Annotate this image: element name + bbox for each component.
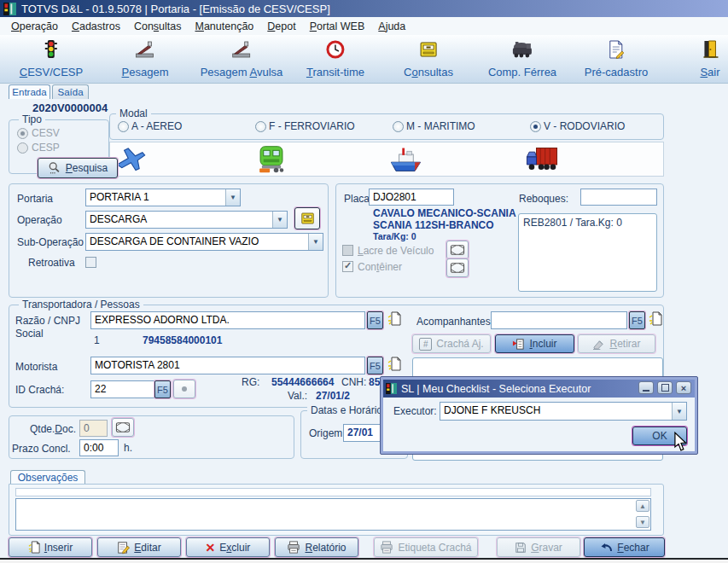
toolbar-sair[interactable]: Sair: [700, 39, 719, 78]
gravar-button: Gravar: [497, 537, 580, 557]
truck-icon: [525, 143, 559, 178]
editar-label: Editar: [134, 542, 160, 554]
toolbar-consultas-label: Consultas: [404, 66, 453, 78]
tab-observacoes[interactable]: Observações: [10, 470, 85, 485]
editar-button[interactable]: Editar: [97, 537, 181, 557]
clock-icon: [326, 39, 345, 63]
retroativa-checkbox[interactable]: [85, 257, 96, 268]
tab-entrada[interactable]: Entrada: [9, 84, 50, 99]
window-titlebar: TOTVS D&L - 01.9.5078 | Portaria - [Emis…: [0, 0, 728, 17]
executor-combobox[interactable]: DJONE F KREUSCH▼: [440, 402, 687, 421]
acompanhantes-new-document-icon[interactable]: [649, 311, 662, 330]
scroll-up-icon[interactable]: ▲: [636, 500, 649, 512]
delete-x-icon: ✕: [206, 541, 216, 554]
hash-badge-icon: #: [419, 338, 432, 351]
dropdown-arrow-icon[interactable]: ▼: [272, 212, 287, 228]
fechar-button[interactable]: Fechar: [584, 537, 665, 557]
acompanhantes-input[interactable]: [491, 311, 627, 329]
acompanhantes-f5-button[interactable]: F5: [629, 311, 645, 329]
locomotive-icon: [510, 39, 535, 63]
portaria-combobox[interactable]: PORTARIA 1▼: [85, 189, 241, 206]
mouse-cursor: [673, 432, 688, 456]
val-label: Val.:: [288, 390, 307, 402]
menu-ajuda[interactable]: Ajuda: [372, 19, 411, 34]
motorista-new-document-icon[interactable]: [387, 356, 401, 375]
toolbar-pre-cadastro[interactable]: Pré-cadastro: [585, 39, 648, 78]
menu-cadastros[interactable]: Cadastros: [66, 19, 126, 34]
toolbar-pesagem[interactable]: Pesagem: [122, 39, 169, 78]
radio-ferroviario[interactable]: [255, 121, 266, 132]
toolbar-comp-ferrea[interactable]: Comp. Férrea: [488, 39, 556, 78]
app-icon: [3, 3, 16, 15]
radio-maritimo[interactable]: [393, 121, 404, 132]
qtde-doc-detail-button[interactable]: [112, 418, 134, 437]
excluir-button[interactable]: ✕ Excluir: [186, 537, 270, 557]
radio-rodoviario-label: V - RODOVIARIO: [544, 120, 625, 132]
file-drawer-icon: [300, 211, 316, 226]
observacoes-header-strip: [15, 488, 651, 496]
menu-manutencao[interactable]: Manutenção: [189, 19, 260, 34]
razao-new-document-icon[interactable]: [387, 311, 401, 330]
inserir-button[interactable]: Inserir: [9, 537, 92, 557]
toolbar-consultas[interactable]: Consultas: [404, 39, 453, 78]
reboque-list-item[interactable]: REB2801 / Tara.Kg: 0: [523, 217, 622, 229]
toolbar-transit-time[interactable]: Transit-time: [306, 39, 364, 78]
incluir-button[interactable]: Incluir: [495, 334, 574, 353]
dropdown-arrow-icon[interactable]: ▼: [672, 403, 686, 420]
cracha-aj-button: # Crachá Aj.: [412, 334, 491, 353]
motorista-input[interactable]: MOTORISTA 2801: [90, 357, 365, 374]
check-icon: ✓: [344, 260, 352, 271]
incluir-label: Incluir: [529, 338, 556, 350]
menu-portal-web[interactable]: Portal WEB: [304, 19, 371, 34]
operacao-combobox[interactable]: DESCARGA▼: [85, 211, 288, 229]
toolbar-pesagem-avulsa[interactable]: Pesagem Avulsa: [201, 39, 283, 78]
pesquisa-button[interactable]: Pesquisa: [38, 158, 118, 178]
dropdown-arrow-icon[interactable]: ▼: [308, 234, 323, 250]
conteiner-detail-button[interactable]: [446, 258, 469, 277]
fechar-label: Fechar: [617, 542, 649, 554]
operacao-lookup-button[interactable]: [294, 207, 320, 229]
vehicle-description-line1: CAVALO MECANICO-SCANIA: [373, 207, 516, 219]
motorista-label: Motorista: [15, 361, 57, 373]
menu-consultas[interactable]: Consultas: [128, 19, 188, 34]
toolbar-cesv-cesp[interactable]: CESV/CESP: [20, 39, 83, 78]
motorista-f5-button[interactable]: F5: [367, 357, 383, 374]
observacoes-textarea[interactable]: [15, 498, 651, 531]
window-title: TOTVS D&L - 01.9.5078 | Portaria - [Emis…: [21, 3, 330, 15]
qtde-doc-label: Qtde.Doc.: [30, 423, 76, 435]
toolbar-comp-ferrea-label: Comp. Férrea: [488, 66, 556, 78]
modal-legend: Modal: [116, 107, 151, 119]
id-cracha-dot-button[interactable]: [173, 380, 195, 398]
scale-icon: [135, 39, 155, 63]
lacre-label: Lacre de Veículo: [358, 245, 434, 257]
lacre-detail-button[interactable]: [446, 241, 469, 259]
radio-rodoviario[interactable]: [530, 121, 541, 132]
id-cracha-input[interactable]: 22: [90, 380, 155, 398]
dropdown-arrow-icon[interactable]: ▼: [225, 189, 240, 206]
dialog-maximize-button[interactable]: [657, 381, 673, 394]
reboques-listbox[interactable]: REB2801 / Tara.Kg: 0: [518, 213, 657, 292]
tipo-legend: Tipo: [19, 113, 45, 125]
modal-icons-strip: [109, 142, 664, 177]
dialog-minimize-button[interactable]: [638, 381, 654, 394]
dialog-close-button[interactable]: ×: [676, 381, 691, 394]
prazo-concl-input[interactable]: 0:00: [79, 439, 119, 456]
menu-depot[interactable]: Depot: [261, 19, 301, 34]
reboques-input[interactable]: [580, 189, 657, 206]
relatorio-button[interactable]: Relatório: [275, 537, 358, 557]
cracha-aj-label: Crachá Aj.: [436, 338, 483, 350]
scroll-down-icon[interactable]: ▼: [636, 516, 649, 528]
tab-saida[interactable]: Saída: [52, 84, 89, 99]
file-drawer-icon: [418, 39, 439, 63]
radio-maritimo-label: M - MARITIMO: [406, 120, 475, 132]
prazo-concl-label: Prazo Concl.: [12, 443, 71, 455]
printer-icon: [380, 541, 393, 554]
radio-aereo[interactable]: [118, 121, 129, 132]
suboperacao-combobox[interactable]: DESCARGA DE CONTAINER VAZIO▼: [85, 233, 323, 251]
placa-input[interactable]: DJO2801: [369, 189, 454, 206]
id-cracha-f5-button[interactable]: F5: [154, 380, 171, 398]
razao-f5-button[interactable]: F5: [367, 311, 383, 329]
menu-operacao[interactable]: Operação: [5, 19, 64, 34]
razao-input[interactable]: EXPRESSO ADORNO LTDA.: [90, 311, 365, 329]
vehicle-tara: Tara/Kg: 0: [373, 231, 416, 241]
